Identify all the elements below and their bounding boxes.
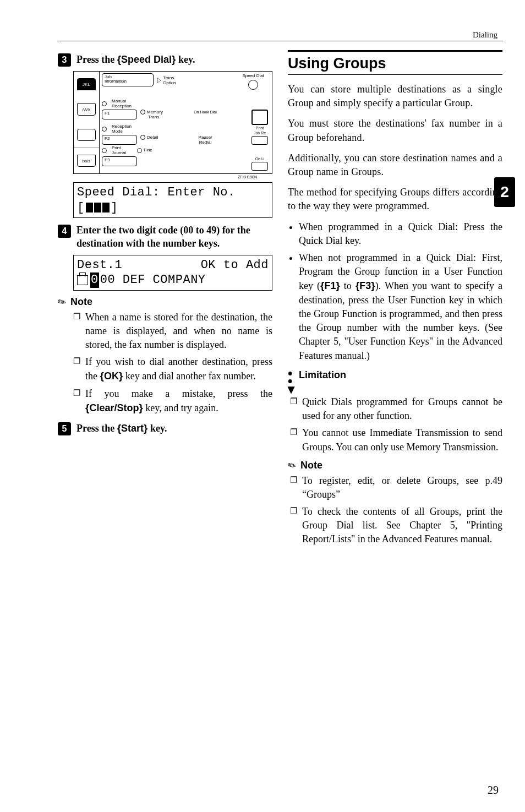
highlighted-char: 0 [90,273,99,288]
step-5-text: Press the {Start} key. [76,421,167,435]
led-icon [102,127,107,132]
f3-key: F3 [102,156,137,166]
limitation-list: Quick Dials programmed for Groups cannot… [288,395,502,454]
note-label-right: Note [300,460,322,471]
figure-code: ZFKH190N [58,175,257,179]
bullet-list: When programmed in a Quick Dial: Press t… [288,220,502,363]
lcd1-line1: Speed Dial: Enter No. [77,185,269,200]
limit-2: You cannot use Immediate Transmission to… [290,426,502,454]
pencil-icon: ✎ [56,295,69,309]
step-4: 4 Enter the two digit code (00 to 49) fo… [58,224,272,250]
step3-b: key. [176,54,195,65]
right-key-strip: Print Job Re On Li [250,108,270,172]
print-label: Print [250,126,270,130]
jobre-label: Job Re [250,131,270,135]
key-bols: bols [74,148,99,173]
para-3: Additionally, you can store destination … [288,151,502,179]
lcd2-oktoadd: OK to Add [201,258,269,273]
chapter-tab: 2 [494,177,515,207]
on-hook-dial: On Hook Dial [188,110,223,123]
trans-option-key: Trans. Option [157,73,233,85]
fine-label: Fine [144,148,152,152]
led-icon [102,101,107,106]
step-num-3: 3 [58,53,71,67]
speed-dial-keycap: Speed Dial [121,54,172,65]
step-num-5: 5 [58,422,71,435]
rnote-2: To check the contents of all Groups, pri… [290,505,502,547]
lcd-2: Dest.1 OK to Add 000 DEF COMPANY [73,255,272,291]
onli-key [251,162,268,171]
trans-b: Option [163,80,176,85]
onli-label: On Li [250,157,270,161]
note-list-left: When a name is stored for the destinatio… [58,310,272,416]
manual-reception-row: Manual Reception [102,99,270,108]
step-5: 5 Press the {Start} key. [58,421,272,435]
limit-1: Quick Dials programmed for Groups cannot… [290,395,502,423]
speed-dial-key: Speed Dial [237,73,270,90]
detail-label: Detail [140,135,184,140]
step-3-text: Press the {Speed Dial} key. [76,52,195,67]
note-item-2: If you wish to dial another destination,… [73,355,272,384]
pause-redial: Pause/Redial [188,135,223,145]
left-column: 3 Press the {Speed Dial} key. JKL /WX [58,49,272,552]
jobre-key [251,136,268,145]
led-icon [140,110,145,115]
note-item-1: When a name is stored for the destinatio… [73,310,272,352]
step-num-4: 4 [58,225,71,238]
rbracket: } [172,53,176,65]
page-number: 29 [488,784,499,797]
print-journal-label: Print Journal [112,145,126,155]
triangle-icon [157,78,161,83]
fax-icon [77,275,88,285]
key-blank-left [74,122,99,148]
note-item-3: If you make a mistake, press the {Clear/… [73,387,272,416]
keypad-illustration: JKL /WX bols Job Information [73,71,272,174]
onhook-button-icon [188,115,196,123]
lcd1-rb: ] [111,200,118,216]
manual-reception-label: Manual Reception [112,99,132,108]
print-key [251,110,268,125]
start-keycap: Start [121,423,144,434]
n3-post: key, and try again. [143,402,218,413]
bullet-2: When not programmed in a Quick Dial: Fir… [299,251,502,363]
b2-mid: to [340,280,356,291]
lcd-1: Speed Dial: Enter No. [ ] [73,182,272,218]
ok-keycap: OK [104,370,119,382]
right-column: Using Groups You can store multiple dest… [288,49,502,552]
note-heading-right: ✎ Note [288,460,502,472]
clearstop-keycap: Clear/Stop [89,402,139,413]
led-icon [102,148,107,153]
section-heading: Using Groups [288,55,502,72]
reception-mode-row: Reception Mode [102,124,248,134]
key-jkl: JKL [74,72,99,97]
limitation-heading: ••▾ Limitation [288,368,502,393]
rnote-1: To register, edit, or delete Groups, see… [290,474,502,502]
para-4: The method for specifying Groups differs… [288,186,502,213]
pencil-icon: ✎ [286,458,299,473]
para-2: You must store the destinations' fax num… [288,117,502,144]
n2-post: key and dial another fax number. [123,370,255,382]
key-wx: /WX [74,97,99,122]
note-label-left: Note [70,296,92,308]
lbracket: { [117,53,121,65]
lcd2-line1: Dest.1 OK to Add [77,258,269,273]
top-rule [58,41,503,41]
lcd2-dest: Dest.1 [77,258,122,273]
lcd2-company: 00 DEF COMPANY [100,273,206,288]
note-heading-left: ✎ Note [58,296,272,308]
step-4-text: Enter the two digit code (00 to 49) for … [76,224,272,250]
note-list-right: To register, edit, or delete Groups, see… [288,474,502,547]
step-3: 3 Press the {Speed Dial} key. [58,52,272,67]
job-b: Information [105,79,127,84]
s5a: Press the [76,423,117,434]
trans-a: Trans. [163,75,175,80]
cursor-char [86,203,93,212]
job-info-key: Job Information [102,73,154,86]
bullet-1: When programmed in a Quick Dial: Press t… [299,220,502,248]
wx-label: /WX [77,103,96,116]
solid-block-1 [94,203,101,212]
solid-block-2 [102,203,110,212]
lcd2-line2: 000 DEF COMPANY [77,273,269,288]
f2-key: F2 [102,135,137,145]
f1-keycap: F1 [324,280,336,291]
